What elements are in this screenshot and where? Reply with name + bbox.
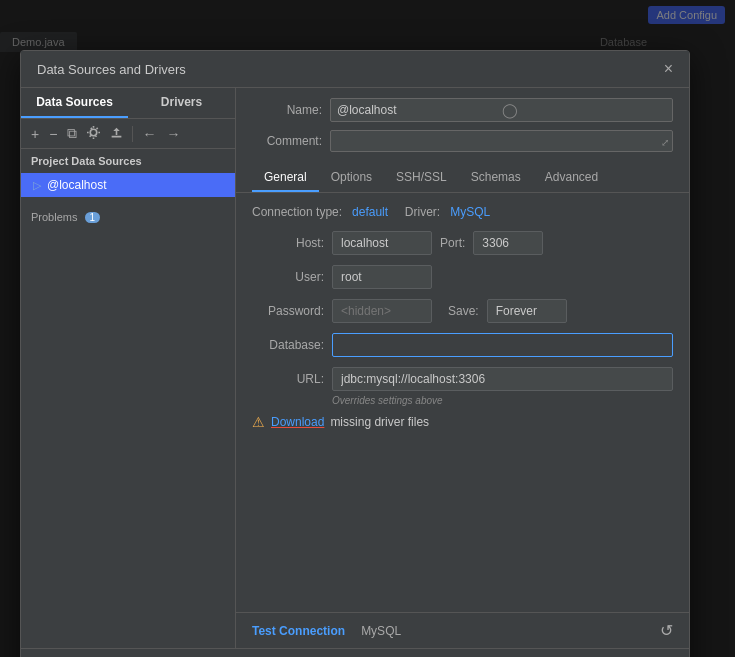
datasource-icon: ▷ (33, 179, 41, 192)
url-label: URL: (252, 372, 324, 386)
port-label: Port: (440, 236, 465, 250)
url-row: URL: (252, 367, 673, 391)
user-label: User: (252, 270, 324, 284)
tab-data-sources[interactable]: Data Sources (21, 88, 128, 118)
comment-row: Comment: ⤢ (252, 130, 673, 152)
host-input[interactable] (332, 231, 432, 255)
user-row: User: (252, 265, 673, 289)
name-input-wrapper: @localhost ◯ (330, 98, 673, 122)
database-input[interactable] (332, 333, 673, 357)
driver-label: Driver: (405, 205, 440, 219)
warning-row: ⚠ Download missing driver files (252, 414, 673, 430)
connection-type-label: Connection type: (252, 205, 342, 219)
connection-type-value[interactable]: default (352, 205, 388, 219)
problems-label: Problems (31, 211, 77, 223)
copy-datasource-button[interactable]: ⧉ (63, 123, 81, 144)
password-label: Password: (252, 304, 324, 318)
name-label: Name: (252, 103, 322, 117)
port-input[interactable] (473, 231, 543, 255)
left-toolbar: + − ⧉ ← → (21, 119, 235, 149)
main-form: Connection type: default Driver: MySQL H… (236, 193, 689, 612)
left-tabs: Data Sources Drivers (21, 88, 235, 119)
remove-datasource-button[interactable]: − (45, 124, 61, 144)
warning-icon: ⚠ (252, 414, 265, 430)
comment-label: Comment: (252, 134, 322, 148)
dialog-footer: ? OK Cancel Apply (21, 648, 689, 657)
left-panel: Data Sources Drivers + − ⧉ ← → Project D… (21, 88, 236, 648)
host-port-row: Host: Port: (252, 231, 673, 255)
name-icon: ◯ (502, 102, 667, 118)
save-label: Save: (448, 304, 479, 318)
expand-icon: ⤢ (661, 137, 669, 148)
connection-type-row: Connection type: default Driver: MySQL (252, 205, 673, 219)
config-datasource-button[interactable] (83, 124, 104, 144)
tab-general[interactable]: General (252, 164, 319, 192)
url-note: Overrides settings above (332, 395, 673, 406)
back-button[interactable]: ← (138, 124, 160, 144)
bottom-driver-name: MySQL (361, 624, 401, 638)
tab-drivers[interactable]: Drivers (128, 88, 235, 118)
add-datasource-button[interactable]: + (27, 124, 43, 144)
export-datasource-button[interactable] (106, 124, 127, 144)
config-tabs: General Options SSH/SSL Schemas Advanced (236, 164, 689, 193)
datasource-name: @localhost (47, 178, 107, 192)
save-input[interactable] (487, 299, 567, 323)
tab-options[interactable]: Options (319, 164, 384, 192)
warning-text: missing driver files (330, 415, 429, 429)
dialog-titlebar: Data Sources and Drivers × (21, 51, 689, 88)
forward-button[interactable]: → (162, 124, 184, 144)
tab-advanced[interactable]: Advanced (533, 164, 610, 192)
problems-section: Problems 1 (21, 205, 235, 229)
password-input[interactable] (332, 299, 432, 323)
test-connection-button[interactable]: Test Connection (252, 624, 345, 638)
user-input[interactable] (332, 265, 432, 289)
bottom-bar: Test Connection MySQL ↺ (236, 612, 689, 648)
dialog-body: Data Sources Drivers + − ⧉ ← → Project D… (21, 88, 689, 648)
driver-value[interactable]: MySQL (450, 205, 490, 219)
database-row: Database: (252, 333, 673, 357)
tab-schemas[interactable]: Schemas (459, 164, 533, 192)
comment-input[interactable] (330, 130, 673, 152)
name-comment-section: Name: @localhost ◯ Comment: ⤢ (236, 88, 689, 160)
problems-count-badge: 1 (85, 212, 101, 223)
name-row: Name: @localhost ◯ (252, 98, 673, 122)
datasources-dialog: Data Sources and Drivers × Data Sources … (20, 50, 690, 657)
toolbar-divider (132, 126, 133, 142)
dialog-close-button[interactable]: × (664, 61, 673, 77)
dialog-title: Data Sources and Drivers (37, 62, 186, 77)
download-link[interactable]: Download (271, 415, 324, 429)
database-label: Database: (252, 338, 324, 352)
refresh-icon[interactable]: ↺ (660, 621, 673, 640)
tab-sshssl[interactable]: SSH/SSL (384, 164, 459, 192)
url-input[interactable] (332, 367, 673, 391)
name-value: @localhost (337, 103, 502, 117)
project-datasources-header: Project Data Sources (21, 149, 235, 173)
password-row: Password: Save: (252, 299, 673, 323)
datasource-item-localhost[interactable]: ▷ @localhost (21, 173, 235, 197)
right-panel: Name: @localhost ◯ Comment: ⤢ General (236, 88, 689, 648)
host-label: Host: (252, 236, 324, 250)
